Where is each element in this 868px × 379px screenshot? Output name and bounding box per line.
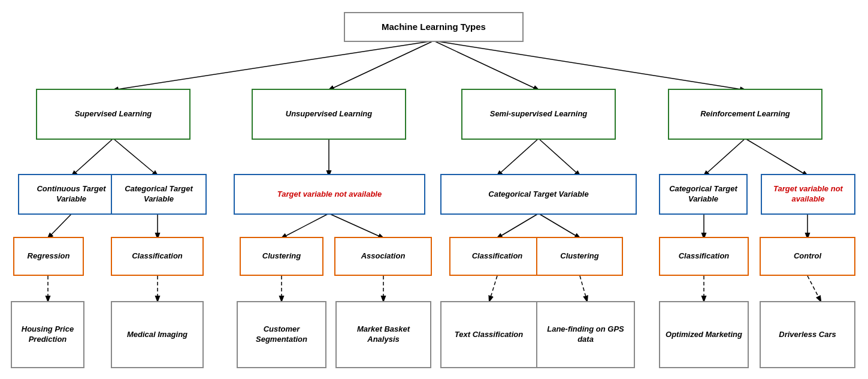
diagram: Machine Learning Types Supervised Learni…: [0, 0, 868, 379]
node-clustering-un: Clustering: [240, 237, 323, 276]
node-driverless: Driverless Cars: [760, 301, 855, 368]
svg-line-4: [72, 139, 113, 176]
svg-line-11: [48, 213, 72, 238]
svg-line-23: [489, 276, 497, 301]
node-reinforcement: Reinforcement Learning: [668, 89, 822, 140]
svg-line-3: [434, 41, 745, 90]
node-unsupervised: Unsupervised Learning: [252, 89, 406, 140]
node-customer: Customer Segmentation: [237, 301, 326, 368]
node-classification-rl: Classification: [659, 237, 749, 276]
node-continuous: Continuous Target Variable: [18, 174, 125, 215]
node-categorical-semi: Categorical Target Variable: [440, 174, 637, 215]
node-semi: Semi-supervised Learning: [461, 89, 616, 140]
svg-line-24: [580, 276, 587, 301]
node-classification-semi: Classification: [449, 237, 545, 276]
node-lane: Lane-finding on GPS data: [536, 301, 635, 368]
node-medical: Medical Imaging: [111, 301, 204, 368]
node-target-not-avail: Target variable not available: [234, 174, 425, 215]
svg-line-0: [113, 41, 434, 90]
node-regression: Regression: [13, 237, 84, 276]
node-supervised: Supervised Learning: [36, 89, 190, 140]
svg-line-8: [539, 139, 580, 176]
node-categorical-sup: Categorical Target Variable: [111, 174, 207, 215]
svg-line-5: [113, 139, 158, 176]
node-target-not-avail-rl: Target variable not available: [761, 174, 855, 215]
node-text-class: Text Classification: [440, 301, 537, 368]
svg-line-9: [704, 139, 745, 176]
svg-line-7: [497, 139, 539, 176]
node-clustering-semi: Clustering: [536, 237, 623, 276]
node-classification-sup: Classification: [111, 237, 204, 276]
node-association: Association: [334, 237, 432, 276]
svg-line-15: [497, 213, 539, 238]
svg-line-16: [539, 213, 580, 238]
svg-line-13: [282, 213, 329, 238]
svg-line-1: [329, 41, 434, 90]
node-optimized: Optimized Marketing: [659, 301, 749, 368]
node-root: Machine Learning Types: [344, 12, 524, 42]
node-housing: Housing Price Prediction: [11, 301, 84, 368]
node-categorical-rl: Categorical Target Variable: [659, 174, 748, 215]
node-market: Market Basket Analysis: [335, 301, 431, 368]
svg-line-26: [807, 276, 821, 301]
svg-line-2: [434, 41, 539, 90]
svg-line-10: [745, 139, 807, 176]
svg-line-14: [329, 213, 383, 238]
node-control: Control: [760, 237, 855, 276]
